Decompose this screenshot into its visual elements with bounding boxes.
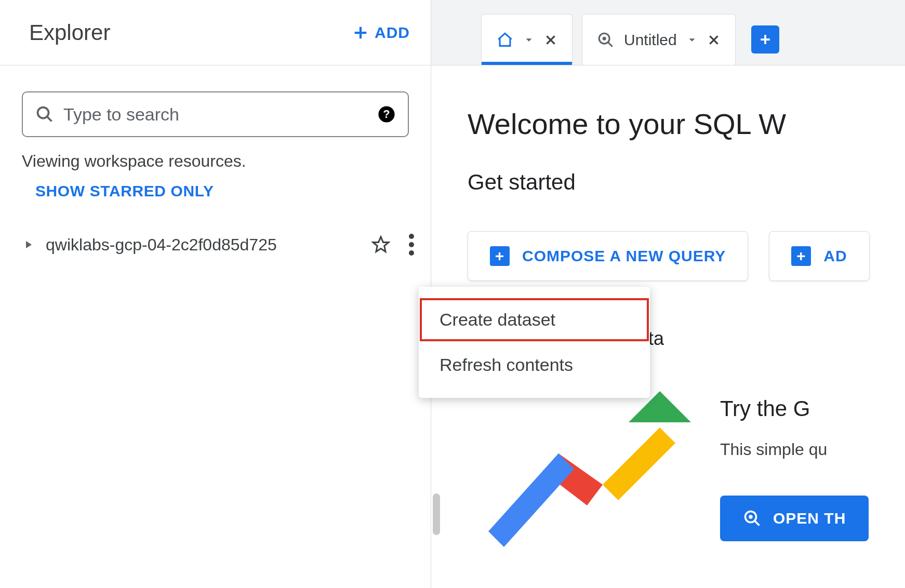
explorer-sidebar: Explorer ADD ? Viewing workspace resourc… [0,0,431,588]
tab-untitled[interactable]: Untitled [582,14,736,65]
svg-text:?: ? [383,108,390,121]
search-wrap: ? [0,65,431,144]
context-menu-refresh-contents[interactable]: Refresh contents [419,342,650,387]
query-magnifier-icon [597,31,615,49]
home-outline-icon [496,31,514,49]
star-outline-icon[interactable] [371,235,390,254]
add-button[interactable]: ADD [352,24,410,42]
trends-chart-icon [468,386,691,563]
search-box[interactable]: ? [22,91,409,137]
svg-marker-6 [603,427,675,500]
add-data-button[interactable]: + AD [769,231,869,281]
plus-box-icon [757,32,773,47]
try-block: Try the G This simple qu OPEN TH [468,386,905,563]
svg-marker-8 [488,453,574,547]
query-search-icon [743,509,762,528]
open-query-button[interactable]: OPEN TH [720,496,869,541]
tab-untitled-label: Untitled [624,31,677,49]
get-started-heading: Get started [468,170,905,195]
chevron-down-icon[interactable] [523,34,535,46]
search-input[interactable] [63,104,368,125]
compose-query-label: COMPOSE A NEW QUERY [522,247,726,265]
project-row[interactable]: qwiklabs-gcp-04-2c2f0d85d725 [22,228,431,261]
help-circle-icon[interactable]: ? [378,105,395,123]
open-button-label: OPEN TH [773,510,846,527]
close-icon[interactable] [707,33,721,47]
svg-point-0 [38,108,49,118]
project-context-menu: Create dataset Refresh contents [419,287,650,398]
plus-box-icon: + [791,246,811,266]
explorer-title: Explorer [29,20,110,45]
add-data-label: AD [823,247,847,265]
show-starred-only-button[interactable]: SHOW STARRED ONLY [0,171,431,200]
kebab-menu-icon[interactable] [409,234,415,256]
try-description: This simple qu [720,440,869,459]
explorer-header: Explorer ADD [0,0,431,65]
caret-right-icon[interactable] [22,238,34,251]
magnifier-icon [35,105,54,124]
compose-query-button[interactable]: + COMPOSE A NEW QUERY [468,231,748,281]
context-menu-create-dataset[interactable]: Create dataset [419,297,650,342]
welcome-heading: Welcome to your SQL W [468,107,905,141]
svg-point-4 [603,36,606,40]
resource-tree: qwiklabs-gcp-04-2c2f0d85d725 [0,200,431,261]
plus-icon [352,24,369,42]
chevron-down-icon[interactable] [686,34,698,46]
action-row: + COMPOSE A NEW QUERY + AD [468,231,905,281]
tab-home[interactable] [481,14,573,65]
new-tab-button[interactable] [751,25,779,54]
project-id-label: qwiklabs-gcp-04-2c2f0d85d725 [46,235,360,255]
close-icon[interactable] [544,33,557,47]
add-button-label: ADD [375,24,410,42]
try-title: Try the G [720,396,869,421]
plus-box-icon: + [490,246,510,266]
viewing-resources-label: Viewing workspace resources. [0,144,431,171]
tab-bar: Untitled [431,0,905,65]
svg-point-10 [749,515,753,519]
try-right: Try the G This simple qu OPEN TH [720,386,869,541]
